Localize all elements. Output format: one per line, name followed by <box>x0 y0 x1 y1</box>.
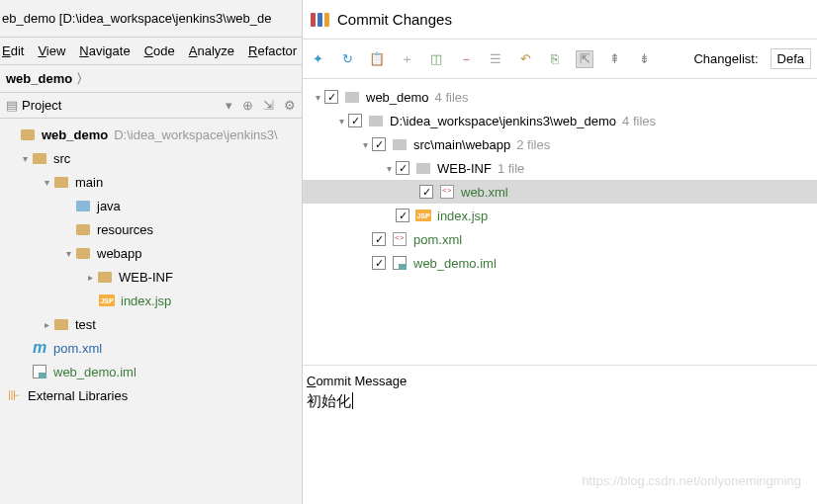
chevron-down-icon[interactable]: ▾ <box>18 153 32 164</box>
tree-row[interactable]: ▾ ✓ D:\idea_workspace\jenkins3\web_demo4… <box>303 109 817 132</box>
tree-row[interactable]: ✓ pom.xml <box>303 227 817 251</box>
chevron-right-icon[interactable]: ▸ <box>83 272 97 283</box>
new-changelist-icon[interactable]: ◫ <box>427 50 445 68</box>
tree-indexjsp[interactable]: JSPindex.jsp <box>0 289 302 312</box>
commit-toolbar: ✦ ↻ 📋 ＋ ◫ － ☰ ↶ ⎘ ⇱ ⇞ ⇟ Changelist: Defa <box>303 40 817 79</box>
changelist-select[interactable]: Defa <box>771 48 811 69</box>
target-icon[interactable]: ⊕ <box>242 98 253 113</box>
checkbox[interactable]: ✓ <box>348 114 362 127</box>
project-tree: web_demo D:\idea_workspace\jenkins3\ ▾ s… <box>0 119 302 411</box>
checkbox[interactable]: ✓ <box>372 256 386 270</box>
tree-java[interactable]: java <box>0 194 302 217</box>
tree-iml[interactable]: web_demo.iml <box>0 360 302 383</box>
chevron-down-icon[interactable]: ▾ <box>382 163 396 174</box>
group-icon[interactable]: ☰ <box>487 50 504 68</box>
collapse-icon[interactable]: ⇲ <box>263 98 274 113</box>
changelist-label: Changelist: <box>693 51 758 66</box>
chevron-down-icon[interactable]: ▾ <box>358 139 372 150</box>
tree-row[interactable]: ▾ ✓ WEB-INF1 file <box>303 156 817 180</box>
tree-external-libraries[interactable]: ⊪External Libraries <box>0 383 302 407</box>
tree-row[interactable]: ✓ JSP index.jsp <box>303 204 817 227</box>
menu-code[interactable]: Code <box>144 43 175 58</box>
project-tool-title[interactable]: Project <box>22 98 222 113</box>
chevron-down-icon[interactable]: ▾ <box>40 177 53 188</box>
tree-row[interactable]: ▾ ✓ src\main\webapp2 files <box>303 132 817 156</box>
gear-icon[interactable]: ⚙ <box>284 98 296 113</box>
refresh-icon[interactable]: ↻ <box>338 50 356 68</box>
commit-message-input[interactable]: 初始化 <box>307 392 813 411</box>
add-icon[interactable]: ＋ <box>398 50 415 68</box>
checkbox[interactable]: ✓ <box>324 90 338 104</box>
expand-icon[interactable]: ⇱ <box>576 50 593 68</box>
clipboard-icon[interactable]: 📋 <box>368 50 386 68</box>
tree-main[interactable]: ▾ main <box>0 170 302 194</box>
window-title: eb_demo [D:\idea_workspace\jenkins3\web_… <box>0 0 302 38</box>
menu-refactor[interactable]: Refactor <box>248 43 297 58</box>
menu-analyze[interactable]: Analyze <box>189 43 234 58</box>
tree-src[interactable]: ▾ src <box>0 146 302 170</box>
tree-row[interactable]: ✓ web_demo.iml <box>303 251 817 275</box>
intellij-logo-icon <box>311 13 329 27</box>
menu-edit[interactable]: Edit <box>2 43 24 58</box>
commit-message-label: Commit Message <box>307 374 813 388</box>
checkbox[interactable]: ✓ <box>396 161 409 175</box>
menu-bar: Edit View Navigate Code Analyze Refactor <box>0 38 302 65</box>
dialog-title-bar: Commit Changes <box>303 0 817 40</box>
remove-icon[interactable]: － <box>457 50 475 68</box>
tree-root[interactable]: web_demo D:\idea_workspace\jenkins3\ <box>0 123 302 146</box>
chevron-down-icon[interactable]: ▾ <box>311 92 324 103</box>
checkbox[interactable]: ✓ <box>372 137 386 151</box>
tree-row[interactable]: ▾ ✓ web_demo4 files <box>303 85 817 109</box>
menu-view[interactable]: View <box>38 43 65 58</box>
project-tool-icon: ▤ <box>6 98 18 113</box>
chevron-down-icon[interactable]: ▾ <box>334 116 348 126</box>
tree-resources[interactable]: resources <box>0 217 302 241</box>
menu-navigate[interactable]: Navigate <box>79 43 130 58</box>
breadcrumb[interactable]: web_demo 〉 <box>0 65 302 93</box>
tree-webapp[interactable]: ▾ webapp <box>0 241 302 265</box>
chevron-down-icon[interactable]: ▾ <box>61 248 75 259</box>
sort-down-icon[interactable]: ⇟ <box>635 50 653 68</box>
checkbox[interactable]: ✓ <box>419 185 433 199</box>
rollback-icon[interactable]: ↶ <box>516 50 534 68</box>
diff-icon[interactable]: ⎘ <box>546 50 564 68</box>
star-icon[interactable]: ✦ <box>309 50 326 68</box>
tree-test[interactable]: ▸ test <box>0 312 302 336</box>
dropdown-icon[interactable]: ▾ <box>226 98 232 113</box>
tree-pom[interactable]: mpom.xml <box>0 336 302 360</box>
chevron-right-icon[interactable]: ▸ <box>40 319 53 330</box>
tree-row-selected[interactable]: ✓ web.xml <box>303 180 817 204</box>
tree-webinf[interactable]: ▸ WEB-INF <box>0 265 302 289</box>
watermark: https://blog.csdn.net/onlyonemingming <box>582 473 801 488</box>
commit-file-tree: ▾ ✓ web_demo4 files ▾ ✓ D:\idea_workspac… <box>303 79 817 366</box>
checkbox[interactable]: ✓ <box>396 209 409 222</box>
sort-up-icon[interactable]: ⇞ <box>605 50 623 68</box>
checkbox[interactable]: ✓ <box>372 232 386 246</box>
